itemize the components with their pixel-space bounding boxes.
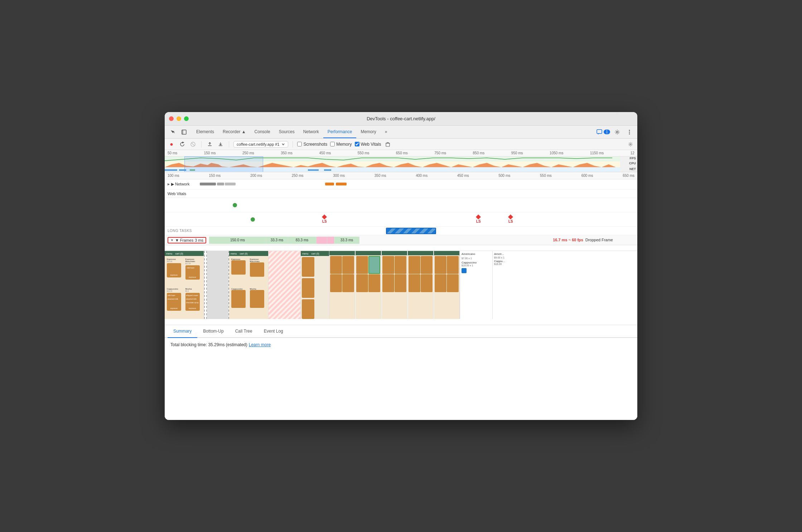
screenshot-4[interactable]: menucart (0) — [301, 251, 329, 319]
tab-bar: Elements Recorder ▲ Console Sources Netw… — [165, 126, 637, 139]
tab-more[interactable]: » — [381, 126, 392, 138]
blocking-time-text: Total blocking time: 35.29ms (estimated) — [170, 342, 247, 347]
clear-button[interactable] — [189, 140, 197, 148]
svg-line-8 — [192, 143, 194, 146]
screenshot-6[interactable] — [356, 251, 381, 319]
memory-checkbox[interactable]: Memory — [330, 142, 352, 147]
upload-button[interactable] — [206, 140, 214, 148]
screenshot-7[interactable] — [382, 251, 407, 319]
network-row: ▶ ▶ Network — [165, 179, 637, 189]
close-button[interactable] — [169, 116, 174, 121]
tab-summary[interactable]: Summary — [168, 325, 197, 338]
svg-rect-23 — [225, 183, 236, 185]
tab-network[interactable]: Network — [299, 126, 323, 138]
main-marks: 100 ms 150 ms 200 ms 250 ms 300 ms 350 m… — [168, 174, 634, 178]
screenshot-1[interactable]: menucart (0) Espresso$10.00espresso Espr… — [165, 251, 204, 319]
screenshot-hatched[interactable] — [269, 251, 301, 319]
net-label: NET — [629, 167, 636, 171]
fps-label: FPS — [629, 156, 636, 160]
cart-thumbnails: Americano $7.00 x 1 Cappuccino $19.00 x … — [460, 251, 525, 319]
frame-seg-4: 33.3 ms — [334, 237, 359, 244]
tab-console[interactable]: Console — [250, 126, 275, 138]
frame-seg-pink-2 — [327, 237, 334, 244]
svg-rect-9 — [386, 143, 390, 146]
frames-row: ▼ ▼ Frames 3 ms 150.0 ms 33.3 ms 83.3 ms — [165, 235, 637, 245]
tab-sources[interactable]: Sources — [275, 126, 299, 138]
cart-view-1[interactable]: Americano $7.00 x 1 Cappuccino $19.00 x … — [460, 251, 492, 319]
more-options-icon[interactable] — [624, 127, 634, 137]
screenshot-9[interactable] — [434, 251, 460, 319]
traffic-lights — [169, 116, 189, 121]
download-button[interactable] — [217, 140, 224, 148]
cart-view-2[interactable]: Ameri... $9.00 x 1 Cappu... $19.00 — [492, 251, 525, 319]
screenshots-input[interactable] — [297, 142, 302, 146]
record-button[interactable]: ● — [168, 140, 175, 148]
screenshots-checkbox[interactable]: Screenshots — [297, 142, 327, 147]
web-vitals-input[interactable] — [355, 142, 359, 146]
frames-label-box[interactable]: ▼ ▼ Frames 3 ms — [168, 237, 206, 243]
web-vitals-label: Web Vitals — [168, 192, 200, 196]
gear-icon[interactable] — [627, 140, 634, 148]
trash-icon[interactable] — [384, 140, 392, 148]
tab-recorder[interactable]: Recorder ▲ — [218, 126, 250, 138]
web-vitals-label-row: Web Vitals — [165, 189, 637, 198]
svg-point-6 — [629, 133, 630, 134]
frame-seg-2: 33.3 ms — [266, 237, 288, 244]
svg-rect-19 — [308, 169, 319, 171]
ls-diamond-3 — [508, 214, 513, 219]
separator-1 — [201, 141, 202, 147]
reload-button[interactable] — [178, 140, 186, 148]
web-vitals-checkbox[interactable]: Web Vitals — [355, 142, 381, 147]
minimize-button[interactable] — [177, 116, 181, 121]
cpu-label: CPU — [629, 161, 636, 165]
timeline-overview[interactable]: 50 ms 150 ms 250 ms 350 ms 450 ms 550 ms… — [165, 150, 637, 172]
maximize-button[interactable] — [184, 116, 189, 121]
dock-icon[interactable] — [179, 127, 189, 137]
tab-elements[interactable]: Elements — [192, 126, 218, 138]
dot-area-row-2: LS LS LS — [165, 212, 637, 227]
dot-area-inner — [165, 198, 637, 212]
overview-marks: 50 ms 150 ms 250 ms 350 ms 450 ms 550 ms… — [168, 151, 634, 155]
expand-frames-icon[interactable]: ▼ — [170, 238, 174, 242]
svg-rect-1 — [182, 130, 183, 134]
tab-memory[interactable]: Memory — [356, 126, 380, 138]
svg-point-4 — [629, 130, 630, 131]
network-label[interactable]: ▶ ▶ Network — [168, 182, 200, 187]
frames-bars: 150.0 ms 33.3 ms 83.3 ms 33.3 ms — [209, 236, 634, 244]
thumbnail-group — [329, 251, 460, 319]
ls-marker-1: LS — [322, 215, 327, 223]
chat-button[interactable]: 1 — [596, 129, 610, 135]
svg-rect-16 — [165, 169, 177, 171]
settings-icon[interactable] — [612, 127, 622, 137]
screenshot-5[interactable] — [329, 251, 355, 319]
overview-ruler: 50 ms 150 ms 250 ms 350 ms 450 ms 550 ms… — [165, 150, 637, 156]
ls-marker-2: LS — [476, 215, 481, 223]
web-vital-dot-2 — [251, 217, 255, 222]
screenshots-area: menucart (0) Espresso$10.00espresso Espr… — [165, 251, 637, 325]
screenshot-8[interactable] — [408, 251, 434, 319]
screenshot-3[interactable]: menucart (0) Espresso Espresso Macchiato… — [229, 251, 269, 319]
tab-call-tree[interactable]: Call Tree — [230, 325, 258, 338]
tab-bottom-up[interactable]: Bottom-Up — [197, 325, 229, 338]
main-content: 50 ms 150 ms 250 ms 350 ms 450 ms 550 ms… — [165, 150, 637, 420]
svg-rect-25 — [336, 183, 347, 185]
screenshot-2[interactable] — [207, 251, 228, 319]
tab-event-log[interactable]: Event Log — [258, 325, 289, 338]
memory-input[interactable] — [330, 142, 335, 146]
separator-2 — [229, 141, 229, 147]
window-title: DevTools - coffee-cart.netlify.app/ — [367, 116, 435, 121]
cursor-icon[interactable] — [168, 127, 178, 137]
profile-select[interactable]: coffee-cart.netlify.app #1 — [233, 141, 288, 147]
expand-icon[interactable]: ▶ — [168, 183, 170, 186]
ls-label-2: LS — [476, 219, 481, 223]
timeline-selection[interactable] — [184, 156, 263, 172]
timeline-detail: 100 ms 150 ms 200 ms 250 ms 300 ms 350 m… — [165, 172, 637, 251]
learn-more-link[interactable]: Learn more — [249, 342, 271, 347]
svg-rect-21 — [200, 183, 216, 185]
tab-performance[interactable]: Performance — [323, 126, 357, 138]
tab-bar-right: 1 — [596, 126, 634, 138]
long-tasks-label: LONG TASKS — [168, 229, 200, 233]
frame-seg-3: 83.3 ms — [288, 237, 317, 244]
performance-toolbar: ● coffee-cart.netlify.app #1 Screenshots… — [165, 139, 637, 150]
separator-3 — [293, 141, 293, 147]
